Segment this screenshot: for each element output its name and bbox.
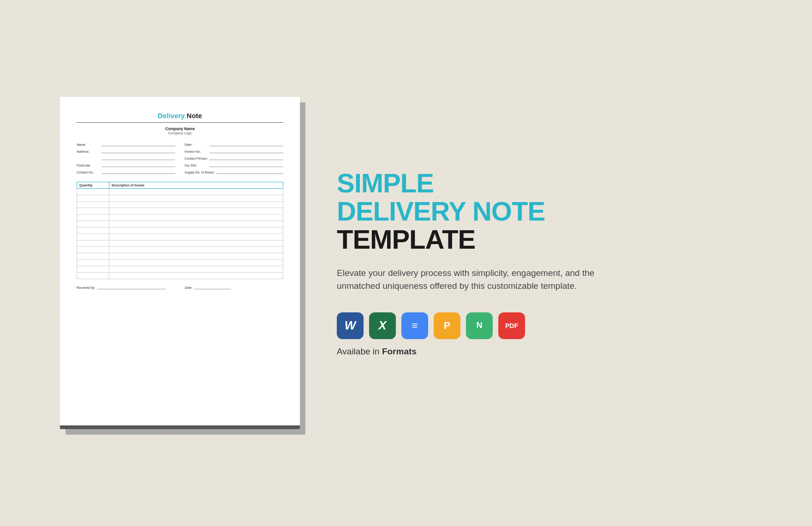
format-icon-excel[interactable]: X [369,312,396,339]
table-row [77,273,283,279]
title-delivery-note: DELIVERY NOTE [337,197,752,226]
doc-title-note: Note [187,112,202,120]
doc-bottom-bar [60,425,300,429]
field-contact-label: Contact No.: [77,171,100,174]
docs-icon: ≡ [412,320,418,332]
doc-title-delivery: Delivery [158,112,185,120]
table-row [77,221,283,227]
doc-divider [77,122,283,123]
formats-label-before: Availabe in [337,347,382,356]
formats-icons: W X ≡ P N PDF [337,312,752,339]
received-by-field: Received by: [77,285,166,289]
doc-company-name: Company Name [77,126,283,131]
sig-date-label: Date: [185,286,192,289]
table-row [77,208,283,215]
field-supply-line [216,169,283,174]
table-row [77,240,283,247]
format-icon-pdf[interactable]: PDF [498,312,525,339]
field-name-row: Name: [77,142,175,146]
format-icon-docs[interactable]: ≡ [401,312,428,339]
table-row [77,234,283,240]
pages-icon: P [444,320,451,332]
formats-label: Availabe in Formats [337,347,752,357]
field-supply-row: Supply No. of Boxes: [185,169,283,174]
field-invoice-row: Invoice No.: [185,149,283,153]
doc-fields-left: Name: Address: Postcode: [77,142,175,176]
field-address-label: Address: [77,150,100,153]
doc-title: Delivery Note [77,112,283,120]
document-preview: Delivery Note Company Name Company Logo … [60,97,300,429]
table-row [77,189,283,195]
field-contact-person-label: Contact Person: [185,157,208,160]
field-address2-row [77,155,175,160]
table-row [77,195,283,202]
sig-date-field: Date: [185,285,231,289]
excel-letter: X [378,318,386,333]
goods-table: Quantity Description of Goods [77,182,283,279]
format-icon-word[interactable]: W [337,312,364,339]
right-content: SIMPLE DELIVERY NOTE TEMPLATE Elevate yo… [337,169,752,357]
field-address2-line [102,155,175,160]
right-title: SIMPLE DELIVERY NOTE TEMPLATE [337,169,752,254]
field-name-label: Name: [77,143,100,146]
format-icon-numbers[interactable]: N [466,312,493,339]
format-icon-pages[interactable]: P [434,312,460,339]
pdf-icon: PDF [505,322,518,329]
title-template: TEMPLATE [337,226,752,254]
field-address-line [102,149,175,153]
field-invoice-line [209,149,283,153]
right-description: Elevate your delivery process with simpl… [337,267,595,293]
field-date-label: Date: [185,143,208,146]
field-date-line [209,142,283,146]
field-postcode-row: Postcode: [77,162,175,167]
table-header-description: Description of Goods [109,182,283,189]
doc-paper: Delivery Note Company Name Company Logo … [60,97,300,429]
table-row [77,260,283,266]
title-simple: SIMPLE [337,169,752,197]
word-letter: W [345,318,356,333]
doc-fields-right: Date: Invoice No.: Contact Person: Our R… [185,142,283,176]
doc-company-block: Company Name Company Logo [77,126,283,135]
field-supply-label: Supply No. of Boxes: [185,171,215,174]
table-row [77,227,283,234]
field-our-ref-row: Our Ref.: [185,162,283,167]
field-address-row: Address: [77,149,175,153]
table-header-quantity: Quantity [77,182,109,189]
table-row [77,253,283,260]
field-postcode-line [102,162,175,167]
field-our-ref-label: Our Ref.: [185,164,208,167]
received-by-label: Received by: [77,286,95,289]
field-our-ref-line [209,162,283,167]
field-contact-person-row: Contact Person: [185,155,283,160]
field-name-line [102,142,175,146]
field-postcode-label: Postcode: [77,164,100,167]
main-layout: Delivery Note Company Name Company Logo … [60,97,752,429]
received-by-line [97,285,166,289]
numbers-icon: N [477,321,483,330]
field-invoice-label: Invoice No.: [185,150,208,153]
table-row [77,215,283,221]
field-date-row: Date: [185,142,283,146]
sig-date-line [194,285,231,289]
doc-signature-row: Received by: Date: [77,285,283,289]
table-row [77,202,283,208]
doc-company-logo: Company Logo [77,131,283,135]
doc-fields: Name: Address: Postcode: [77,142,283,176]
field-contact-person-line [209,155,283,160]
table-row [77,266,283,273]
table-row [77,247,283,253]
formats-label-bold: Formats [382,347,417,356]
field-contact-line [102,169,175,174]
field-contact-row: Contact No.: [77,169,175,174]
